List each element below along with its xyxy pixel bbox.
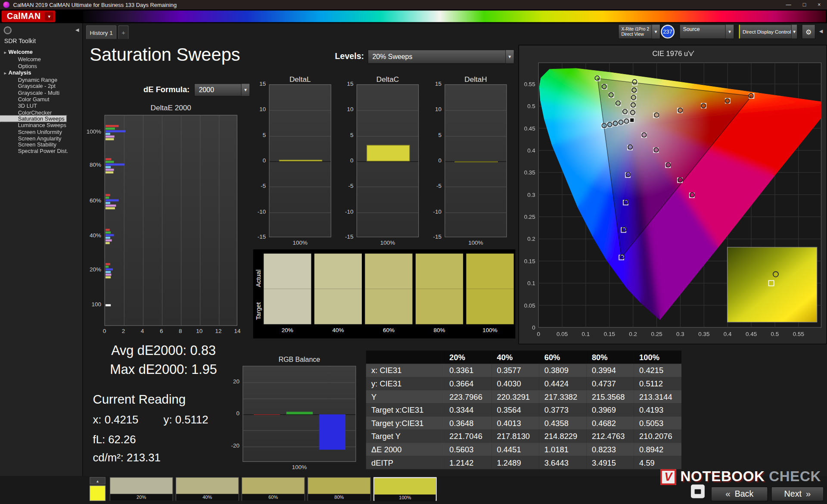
sidebar-section-analysis[interactable]: ▸Analysis: [0, 69, 83, 76]
level-button-100%[interactable]: 100%: [373, 477, 437, 501]
sidebar-item-welcome[interactable]: Welcome: [0, 56, 83, 62]
minimize-button[interactable]: —: [786, 0, 791, 9]
sidebar-item-grayscale-multi[interactable]: Grayscale - Multi: [0, 90, 83, 96]
patch-swatch-40%: [314, 254, 362, 324]
delta-h-xlabel: 100%: [445, 240, 507, 246]
level-button-60%[interactable]: 60%: [242, 477, 305, 501]
delta-l-chart: DeltaL 100% 151050-5-10-15: [250, 74, 334, 248]
patch-popup-button[interactable]: ▲: [90, 477, 106, 485]
de-bar-40: [106, 236, 110, 239]
sidebar-item-screen-stability[interactable]: Screen Stability: [0, 141, 83, 148]
settings-gear-button[interactable]: ⚙: [802, 24, 815, 39]
tab-add-button[interactable]: +: [118, 25, 128, 39]
patch-label: 20%: [264, 327, 311, 333]
sidebar-section-welcome[interactable]: ▸Welcome: [0, 49, 83, 56]
de-y-label: 100%: [83, 128, 101, 134]
level-button-20%[interactable]: 20%: [110, 477, 173, 501]
de-bar-100: [106, 124, 119, 127]
sidebar-item-screen-uniformity[interactable]: Screen Uniformity: [0, 128, 83, 135]
de-x-tick: 2: [117, 328, 130, 334]
table-cell: 3.4915: [587, 456, 634, 470]
back-button[interactable]: « Back: [711, 487, 768, 501]
cie-diagram-panel: CIE 1976 u'v' 000.050.050.10.10.150.150.…: [519, 45, 827, 344]
svg-text:0.35: 0.35: [524, 169, 535, 176]
level-label: 60%: [242, 494, 304, 501]
row-label: Target y:CIE31: [366, 417, 444, 430]
sidebar-item-grayscale-2pt[interactable]: Grayscale - 2pt: [0, 83, 83, 90]
sidebar-item-color-gamut[interactable]: Color Gamut: [0, 96, 83, 103]
sidebar-item-screen-angularity[interactable]: Screen Angularity: [0, 135, 83, 141]
sidebar-item-options[interactable]: Options: [0, 62, 83, 69]
de-bar-60: [106, 204, 116, 206]
delta_l-bar: [279, 160, 322, 162]
table-header-60: 60%: [539, 351, 586, 364]
source-dropdown[interactable]: Source ▼: [679, 24, 734, 39]
reading-x: x: 0.4215: [93, 413, 139, 426]
de-bar-40: [106, 234, 114, 236]
levels-dropdown[interactable]: 20% Sweeps ▼: [367, 50, 514, 64]
tab-history-1[interactable]: History 1: [86, 25, 117, 39]
display-mode-button[interactable]: [691, 485, 705, 498]
table-cell: 0.3994: [587, 364, 634, 377]
cie-title: CIE 1976 u'v': [519, 50, 827, 57]
rgb-balance-title: RGB Balance: [243, 355, 356, 363]
de-bar-60: [106, 202, 110, 204]
measurement-table: 20%40%60%80%100%x: CIE310.33610.35770.38…: [366, 351, 681, 469]
meter-count-badge[interactable]: 237: [661, 25, 675, 39]
delta-e-chart: DeltaE 2000 02468101214100%80%60%40%20%1…: [83, 103, 248, 339]
sidebar-item-spectral-power-dist[interactable]: Spectral Power Dist.: [0, 148, 83, 154]
display-control-label: Direct Display Control: [740, 29, 791, 34]
expander-icon[interactable]: ▸: [4, 71, 6, 75]
table-cell: 0.5053: [634, 417, 681, 430]
delta_c-y-tick: 10: [338, 106, 354, 112]
de-bar-80: [106, 158, 111, 160]
level-button-40%[interactable]: 40%: [176, 477, 239, 501]
meter-dropdown[interactable]: X-Rite i1Pro 2 Direct View ▼: [618, 24, 660, 39]
de-x-tick: 8: [174, 328, 187, 334]
close-button[interactable]: ×: [818, 0, 821, 9]
sidebar-item-dynamic-range[interactable]: Dynamic Range: [0, 77, 83, 83]
next-button[interactable]: Next »: [771, 487, 824, 501]
sidebar-title: SDR Toolkit: [4, 38, 36, 44]
sidebar-item-saturation-sweeps[interactable]: Saturation Sweeps: [0, 115, 66, 122]
calman-menu-button[interactable]: CalMAN ▾: [2, 10, 56, 22]
workflow-menu-button[interactable]: [4, 26, 12, 34]
rainbow-strip: [83, 10, 826, 22]
table-cell: 0.3648: [444, 417, 491, 430]
level-swatch: [242, 478, 304, 494]
back-chevrons-icon: «: [725, 489, 731, 499]
table-cell: 0.3969: [587, 403, 634, 417]
app-icon: [3, 2, 9, 8]
sidebar-item-3d-lut[interactable]: 3D LUT: [0, 103, 83, 109]
table-row-target-y-cie31: Target y:CIE310.36480.40130.43580.46820.…: [366, 417, 681, 430]
delta_l-y-tick: 15: [250, 81, 266, 87]
de-x-tick: 4: [136, 328, 149, 334]
row-label: Y: [366, 390, 444, 404]
maximize-button[interactable]: □: [803, 0, 806, 9]
de-bar-20: [106, 268, 113, 270]
patch-swatch-100%: [466, 254, 513, 324]
level-label: 100%: [374, 495, 435, 501]
sidebar-collapse-icon[interactable]: ◀: [75, 28, 79, 33]
panel-collapse-icon[interactable]: ◀: [819, 28, 823, 34]
sidebar-item-colorchecker[interactable]: ColorChecker: [0, 109, 83, 115]
rgb-bar-green: [286, 412, 313, 414]
delta-c-chart: DeltaC 100% 151050-5-10-15: [338, 74, 422, 248]
table-cell: 220.3291: [491, 390, 539, 404]
table-cell: 217.8130: [491, 429, 539, 443]
expander-icon[interactable]: ▸: [4, 50, 6, 55]
de-formula-dropdown[interactable]: 2000 ▼: [194, 83, 250, 96]
actual-color: [314, 254, 362, 289]
sidebar-item-luminance-sweeps[interactable]: Luminance Sweeps: [0, 122, 83, 128]
patch-label: 80%: [416, 327, 463, 333]
de-bar-20: [106, 271, 111, 273]
table-row-deitp: dEITP1.21421.24893.64433.49154.59: [366, 456, 681, 470]
actual-target-swatch-panel: Actual Target 20%40%60%80%100%: [253, 249, 516, 339]
level-button-80%[interactable]: 80%: [308, 477, 371, 501]
display-control-dropdown[interactable]: Direct Display Control ▼: [738, 24, 797, 39]
patch-swatch-80%: [416, 254, 463, 324]
de-bar-40: [106, 239, 112, 241]
delta_h-y-tick: 0: [426, 157, 441, 164]
table-cell: 0.3664: [444, 377, 491, 390]
current-patch-swatch[interactable]: [90, 485, 106, 501]
